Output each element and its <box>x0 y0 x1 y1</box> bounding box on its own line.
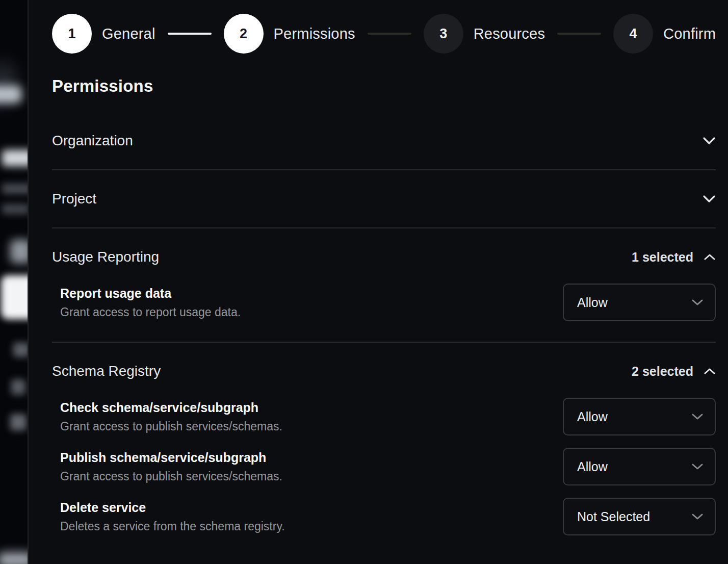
sidebar-blur-badge <box>0 86 21 103</box>
page-title: Permissions <box>52 76 716 96</box>
step-number-badge: 4 <box>613 14 653 54</box>
section-meta: 2 selected <box>632 364 716 379</box>
permission-title: Delete service <box>60 500 285 515</box>
permission-text: Delete service Deletes a service from th… <box>60 500 285 533</box>
select-value: Allow <box>577 409 608 424</box>
step-label: Resources <box>474 25 545 42</box>
permission-title: Check schema/service/subgraph <box>60 400 282 415</box>
chevron-down-icon[interactable] <box>703 137 716 145</box>
selected-count-badge: 1 selected <box>632 250 693 265</box>
section-header-usage-reporting[interactable]: Usage Reporting 1 selected <box>52 249 716 265</box>
sidebar-blur-nav-item <box>10 414 27 430</box>
permission-text: Report usage data Grant access to report… <box>60 286 241 319</box>
sidebar-blur-nav-item <box>13 343 29 357</box>
sidebar-blur-glow <box>0 53 23 114</box>
sidebar-blur-text-line <box>2 204 29 214</box>
permission-text: Publish schema/service/subgraph Grant ac… <box>60 450 282 483</box>
publish-schema-select[interactable]: Allow <box>563 448 716 485</box>
chevron-up-icon[interactable] <box>704 368 716 375</box>
sidebar-blur-nav-item <box>11 379 25 395</box>
permission-title: Report usage data <box>60 286 241 301</box>
step-connector <box>168 33 212 35</box>
step-number-badge: 3 <box>424 14 463 54</box>
permission-items: Report usage data Grant access to report… <box>52 284 716 321</box>
chevron-down-icon <box>691 513 704 520</box>
create-token-wizard-panel: 1 General 2 Permissions 3 Resources 4 Co… <box>30 0 728 564</box>
permission-row-publish-schema: Publish schema/service/subgraph Grant ac… <box>52 448 716 485</box>
sidebar-blur-logo-card <box>1 275 29 319</box>
step-connector <box>368 33 411 35</box>
sidebar-blur-footer <box>0 553 29 564</box>
permission-sections: Organization Project Usage Reporting 1 s… <box>52 112 716 556</box>
chevron-down-icon <box>691 463 704 470</box>
step-connector <box>557 33 601 35</box>
step-confirm[interactable]: 4 Confirm <box>613 14 716 54</box>
step-general[interactable]: 1 General <box>52 14 155 54</box>
step-number-badge: 1 <box>52 14 92 54</box>
section-title: Usage Reporting <box>52 249 159 265</box>
step-resources[interactable]: 3 Resources <box>424 14 545 54</box>
chevron-down-icon <box>691 413 704 420</box>
report-usage-data-select[interactable]: Allow <box>563 284 716 321</box>
permission-description: Deletes a service from the schema regist… <box>60 520 285 533</box>
sidebar-blur-icon <box>10 240 29 263</box>
chevron-down-icon[interactable] <box>703 195 716 203</box>
wizard-stepper: 1 General 2 Permissions 3 Resources 4 Co… <box>52 13 716 54</box>
step-label: General <box>102 25 155 42</box>
permission-row-check-schema: Check schema/service/subgraph Grant acce… <box>52 398 716 435</box>
section-title: Schema Registry <box>52 363 161 379</box>
section-title: Project <box>52 191 96 207</box>
permission-items: Check schema/service/subgraph Grant acce… <box>52 398 716 535</box>
select-value: Allow <box>577 295 608 310</box>
section-usage-reporting: Usage Reporting 1 selected Report usage … <box>52 228 716 343</box>
section-header-project[interactable]: Project <box>52 191 716 207</box>
permission-text: Check schema/service/subgraph Grant acce… <box>60 400 282 433</box>
chevron-up-icon[interactable] <box>704 253 716 261</box>
step-permissions[interactable]: 2 Permissions <box>224 14 355 54</box>
check-schema-select[interactable]: Allow <box>563 398 716 435</box>
background-sidebar <box>0 0 29 564</box>
select-value: Allow <box>577 459 608 474</box>
section-meta: 1 selected <box>632 250 716 265</box>
chevron-down-icon <box>691 299 704 306</box>
step-number-badge: 2 <box>224 14 264 54</box>
delete-service-select[interactable]: Not Selected <box>563 498 716 535</box>
section-organization: Organization <box>52 112 716 170</box>
permission-row-report-usage-data: Report usage data Grant access to report… <box>52 284 716 321</box>
section-project: Project <box>52 170 716 228</box>
section-schema-registry: Schema Registry 2 selected Check schema/… <box>52 343 716 556</box>
step-label: Confirm <box>663 25 716 42</box>
section-header-organization[interactable]: Organization <box>52 133 716 149</box>
permission-description: Grant access to publish services/schemas… <box>60 420 282 433</box>
permission-description: Grant access to report usage data. <box>60 305 241 319</box>
select-value: Not Selected <box>577 509 650 524</box>
sidebar-blur-text-line <box>2 184 29 194</box>
section-header-schema-registry[interactable]: Schema Registry 2 selected <box>52 363 716 379</box>
sidebar-blur-title <box>2 150 29 166</box>
permission-title: Publish schema/service/subgraph <box>60 450 282 465</box>
permission-row-delete-service: Delete service Deletes a service from th… <box>52 498 716 535</box>
permission-description: Grant access to publish services/schemas… <box>60 470 282 483</box>
selected-count-badge: 2 selected <box>632 364 693 379</box>
section-title: Organization <box>52 133 133 149</box>
step-label: Permissions <box>274 25 355 42</box>
